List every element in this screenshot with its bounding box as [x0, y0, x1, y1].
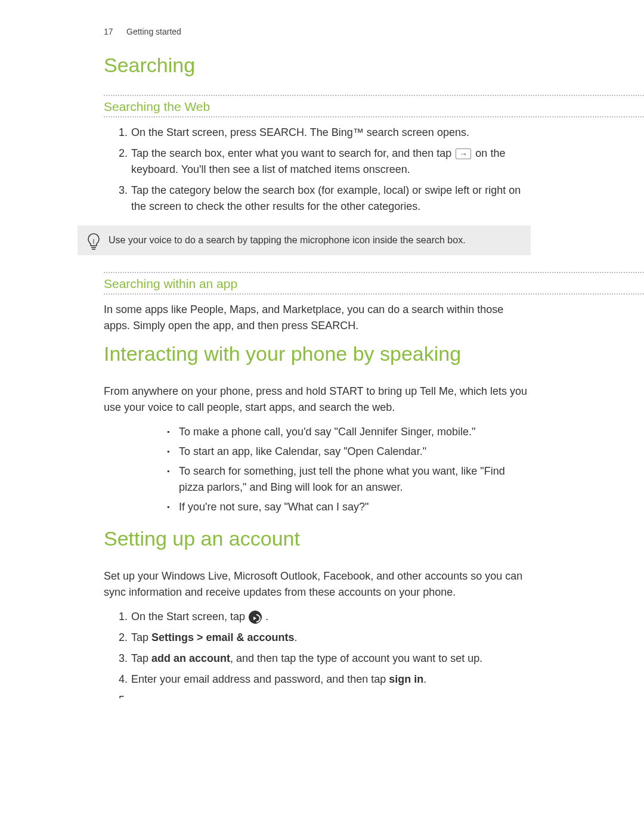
bullet-text: To search for something, just tell the p… — [179, 465, 505, 493]
list-item: 2. Tap the search box, enter what you wa… — [119, 145, 531, 178]
list-item: 1.On the Start screen, press SEARCH. The… — [119, 125, 531, 141]
step-text: Tap the category below the search box (f… — [131, 184, 521, 212]
list-item: 3.Tap the category below the search box … — [119, 182, 531, 215]
subheading-searching-app: Searching within an app — [104, 272, 644, 295]
paragraph: From anywhere on your phone, press and h… — [0, 383, 644, 416]
list-item: To start an app, like Calendar, say "Ope… — [167, 444, 525, 460]
step-text: Tap — [131, 631, 151, 643]
paragraph: In some apps like People, Maps, and Mark… — [0, 302, 644, 334]
bullet-text: If you're not sure, say "What can I say?… — [179, 501, 369, 513]
step-text: Tap — [131, 652, 151, 664]
list-item: To search for something, just tell the p… — [167, 463, 525, 496]
step-text: Enter your email address and password, a… — [131, 673, 389, 685]
subheading-label: Searching the Web — [104, 96, 644, 116]
subheading-searching-web: Searching the Web — [104, 95, 644, 117]
bullet-text: To make a phone call, you'd say "Call Je… — [179, 426, 475, 438]
searching-web-steps: 1.On the Start screen, press SEARCH. The… — [0, 125, 644, 215]
page-number: 17 — [104, 27, 113, 36]
breadcrumb: Getting started — [126, 27, 181, 36]
list-item: 3. Tap add an account, and then tap the … — [119, 651, 531, 667]
tip-text: Use your voice to do a search by tapping… — [109, 235, 466, 245]
list-item: 2. Tap Settings > email & accounts. — [119, 630, 531, 646]
arrow-button-icon — [249, 611, 262, 624]
paragraph: Set up your Windows Live, Microsoft Outl… — [0, 568, 644, 600]
step-text: , and then tap the type of account you w… — [230, 652, 482, 664]
list-item: 1. On the Start screen, tap . — [119, 609, 531, 625]
page-header: 17 Getting started — [0, 26, 644, 37]
step-text: On the Start screen, tap — [131, 611, 248, 623]
list-item: To make a phone call, you'd say "Call Je… — [167, 424, 525, 440]
step-text-bold: sign in — [389, 673, 423, 685]
step-text-bold: add an account — [151, 652, 230, 664]
heading-speaking: Interacting with your phone by speaking — [0, 342, 644, 366]
speaking-bullets: To make a phone call, you'd say "Call Je… — [0, 424, 644, 515]
list-item: 4. Enter your email address and password… — [119, 671, 531, 688]
step-text-bold: Settings > email & accounts — [151, 631, 295, 643]
lightbulb-icon — [86, 233, 101, 252]
page: 17 Getting started Searching Searching t… — [0, 0, 644, 688]
step-text: On the Start screen, press SEARCH. The B… — [131, 126, 469, 138]
go-key-icon: → — [456, 148, 471, 159]
heading-account: Setting up an account — [0, 527, 644, 550]
tip-box: Use your voice to do a search by tapping… — [78, 225, 531, 255]
list-item: If you're not sure, say "What can I say?… — [167, 499, 525, 515]
step-text: . — [265, 611, 268, 623]
step-text: Tap the search box, enter what you want … — [131, 147, 454, 159]
step-text: . — [423, 673, 426, 685]
bullet-text: To start an app, like Calendar, say "Ope… — [179, 445, 426, 457]
account-steps: 1. On the Start screen, tap . 2. Tap Set… — [0, 609, 644, 688]
subheading-label: Searching within an app — [104, 273, 644, 293]
heading-searching: Searching — [0, 54, 644, 77]
step-text: . — [295, 631, 298, 643]
